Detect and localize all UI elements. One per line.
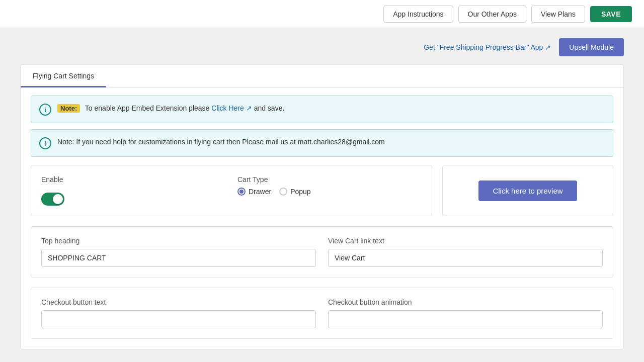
top-heading-viewcart-section: Top heading View Cart link text xyxy=(21,226,623,288)
enable-carttype-card: Enable Cart Type Drawer xyxy=(31,165,432,216)
radio-drawer-label: Drawer xyxy=(249,188,271,196)
enable-carttype-fields: Enable Cart Type Drawer xyxy=(41,175,422,206)
checkout-button-text-field: Checkout button text xyxy=(41,298,316,328)
header: App Instructions Our Other Apps View Pla… xyxy=(0,0,644,28)
app-instructions-button[interactable]: App Instructions xyxy=(383,6,453,23)
checkout-fields: Checkout button text Checkout button ani… xyxy=(41,298,603,328)
checkout-button-animation-field: Checkout button animation xyxy=(328,298,603,328)
checkout-button-text-input[interactable] xyxy=(41,310,316,328)
info-icon-1: i xyxy=(39,104,51,116)
checkout-button-animation-input[interactable] xyxy=(328,310,603,328)
tab-flying-cart-settings[interactable]: Flying Cart Settings xyxy=(21,65,106,87)
radio-popup[interactable]: Popup xyxy=(279,188,310,196)
save-button[interactable]: SAVE xyxy=(590,6,632,22)
note-label-1: Note: xyxy=(57,104,80,113)
cart-type-radio-group: Drawer Popup xyxy=(237,188,422,196)
top-heading-input[interactable] xyxy=(41,249,316,267)
note-embed-text-before: To enable App Embed Extension please xyxy=(85,104,211,112)
radio-popup-circle xyxy=(279,188,287,196)
note-embed-text-after: and save. xyxy=(254,104,285,112)
tabs-header: Flying Cart Settings xyxy=(21,65,623,87)
preview-button[interactable]: Click here to preview xyxy=(478,180,577,201)
preview-card: Click here to preview xyxy=(442,165,613,216)
top-row: Get "Free Shipping Progress Bar" App ↗ U… xyxy=(20,38,624,56)
our-other-apps-button[interactable]: Our Other Apps xyxy=(458,6,526,23)
view-plans-button[interactable]: View Plans xyxy=(531,6,585,23)
top-heading-field: Top heading xyxy=(41,237,316,267)
top-heading-viewcart-fields: Top heading View Cart link text xyxy=(41,237,603,267)
view-cart-field: View Cart link text xyxy=(328,237,603,267)
cart-type-field: Cart Type Drawer Popup xyxy=(237,175,422,206)
free-shipping-link[interactable]: Get "Free Shipping Progress Bar" App ↗ xyxy=(424,43,551,51)
enable-field: Enable xyxy=(41,175,225,206)
toggle-thumb xyxy=(53,194,63,204)
radio-drawer[interactable]: Drawer xyxy=(237,188,271,196)
upsell-module-button[interactable]: Upsell Module xyxy=(559,38,624,56)
radio-drawer-circle xyxy=(237,188,246,196)
info-icon-2: i xyxy=(39,137,51,149)
enable-label: Enable xyxy=(41,175,225,184)
main-content: Get "Free Shipping Progress Bar" App ↗ U… xyxy=(0,28,644,362)
radio-popup-label: Popup xyxy=(290,188,310,196)
enable-toggle[interactable] xyxy=(41,193,64,206)
notes-section: i Note: To enable App Embed Extension pl… xyxy=(21,87,623,165)
cart-type-label: Cart Type xyxy=(237,175,422,184)
view-cart-label: View Cart link text xyxy=(328,237,603,245)
note-embed-extension: i Note: To enable App Embed Extension pl… xyxy=(31,96,613,123)
top-heading-viewcart-card: Top heading View Cart link text xyxy=(31,226,613,278)
checkout-button-animation-label: Checkout button animation xyxy=(328,298,603,306)
note-customization-text: Note: If you need help for customization… xyxy=(57,137,385,147)
checkout-button-text-label: Checkout button text xyxy=(41,298,316,306)
checkout-card: Checkout button text Checkout button ani… xyxy=(31,288,613,339)
top-heading-label: Top heading xyxy=(41,237,316,245)
tabs-card: Flying Cart Settings i Note: To enable A… xyxy=(20,64,624,349)
note-embed-text: Note: To enable App Embed Extension plea… xyxy=(57,103,284,114)
click-here-link[interactable]: Click Here ↗ xyxy=(211,104,252,112)
view-cart-input[interactable] xyxy=(328,249,603,267)
enable-carttype-row: Enable Cart Type Drawer xyxy=(21,165,623,226)
checkout-section: Checkout button text Checkout button ani… xyxy=(21,288,623,349)
note-customization-help: i Note: If you need help for customizati… xyxy=(31,129,613,157)
